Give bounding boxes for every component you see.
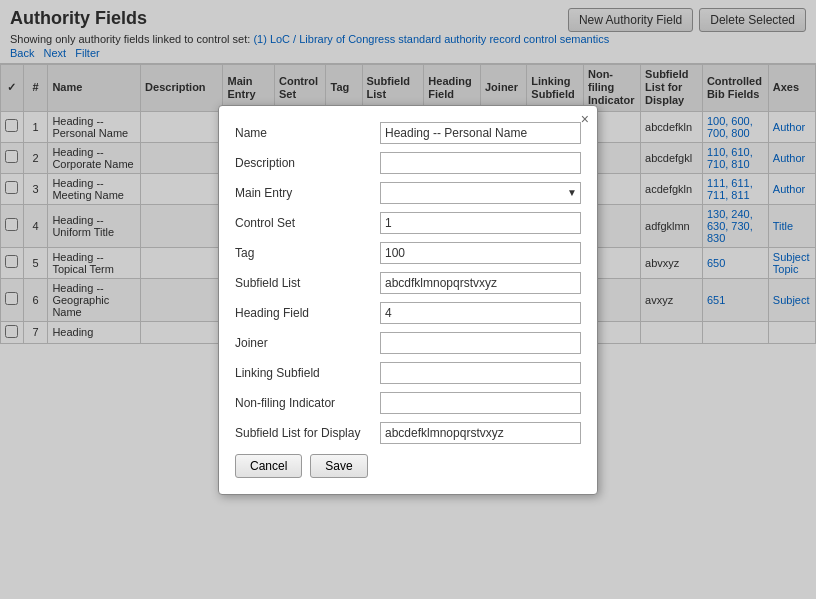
- modal-label-description: Description: [235, 156, 380, 170]
- modal-row-main-entry: Main Entry ▼: [235, 182, 581, 204]
- modal-row-heading-field: Heading Field: [235, 302, 581, 324]
- modal-overlay: × Name Description Main Entry ▼ Co: [0, 0, 816, 599]
- modal-input-subfield-list[interactable]: [380, 272, 581, 294]
- modal-input-joiner[interactable]: [380, 332, 581, 354]
- modal-label-non-filing: Non-filing Indicator: [235, 396, 380, 410]
- modal-footer: Cancel Save: [235, 454, 581, 478]
- modal-dialog: × Name Description Main Entry ▼ Co: [218, 105, 598, 495]
- modal-row-linking-subfield: Linking Subfield: [235, 362, 581, 384]
- modal-row-subfield-display: Subfield List for Display: [235, 422, 581, 444]
- modal-row-subfield-list: Subfield List: [235, 272, 581, 294]
- modal-main-entry-wrapper: ▼: [380, 182, 581, 204]
- modal-label-name: Name: [235, 126, 380, 140]
- modal-label-tag: Tag: [235, 246, 380, 260]
- modal-label-linking-subfield: Linking Subfield: [235, 366, 380, 380]
- modal-label-control-set: Control Set: [235, 216, 380, 230]
- modal-input-subfield-display[interactable]: [380, 422, 581, 444]
- modal-input-control-set[interactable]: [380, 212, 581, 234]
- modal-label-subfield-display: Subfield List for Display: [235, 426, 380, 440]
- modal-input-name[interactable]: [380, 122, 581, 144]
- modal-row-non-filing: Non-filing Indicator: [235, 392, 581, 414]
- modal-label-subfield-list: Subfield List: [235, 276, 380, 290]
- modal-select-main-entry[interactable]: [380, 182, 581, 204]
- modal-input-description[interactable]: [380, 152, 581, 174]
- modal-close-button[interactable]: ×: [581, 112, 589, 126]
- modal-row-joiner: Joiner: [235, 332, 581, 354]
- modal-input-tag[interactable]: [380, 242, 581, 264]
- modal-input-heading-field[interactable]: [380, 302, 581, 324]
- modal-row-tag: Tag: [235, 242, 581, 264]
- modal-label-main-entry: Main Entry: [235, 186, 380, 200]
- modal-row-description: Description: [235, 152, 581, 174]
- save-button[interactable]: Save: [310, 454, 367, 478]
- modal-input-non-filing[interactable]: [380, 392, 581, 414]
- modal-row-name: Name: [235, 122, 581, 144]
- cancel-button[interactable]: Cancel: [235, 454, 302, 478]
- modal-row-control-set: Control Set: [235, 212, 581, 234]
- modal-input-linking-subfield[interactable]: [380, 362, 581, 384]
- modal-label-heading-field: Heading Field: [235, 306, 380, 320]
- modal-label-joiner: Joiner: [235, 336, 380, 350]
